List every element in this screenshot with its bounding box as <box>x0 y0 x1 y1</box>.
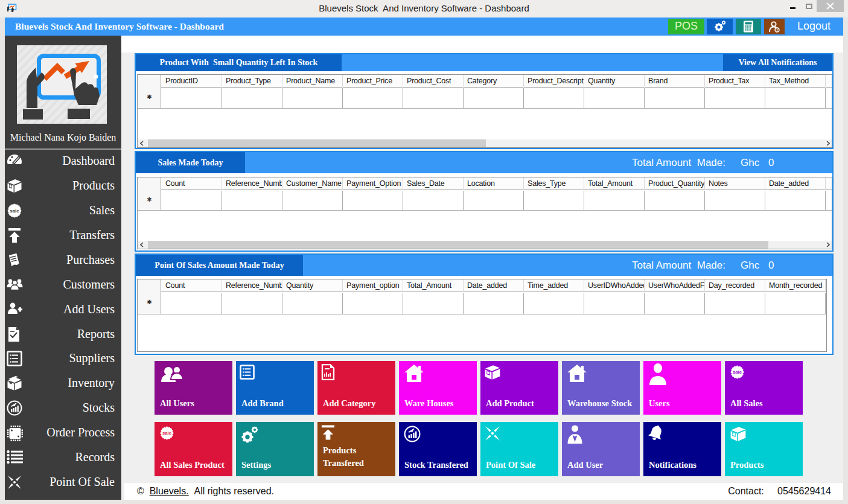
svg-text:sale: sale <box>162 430 172 436</box>
svg-text:sale: sale <box>10 208 19 214</box>
svg-text:sale: sale <box>733 369 742 375</box>
